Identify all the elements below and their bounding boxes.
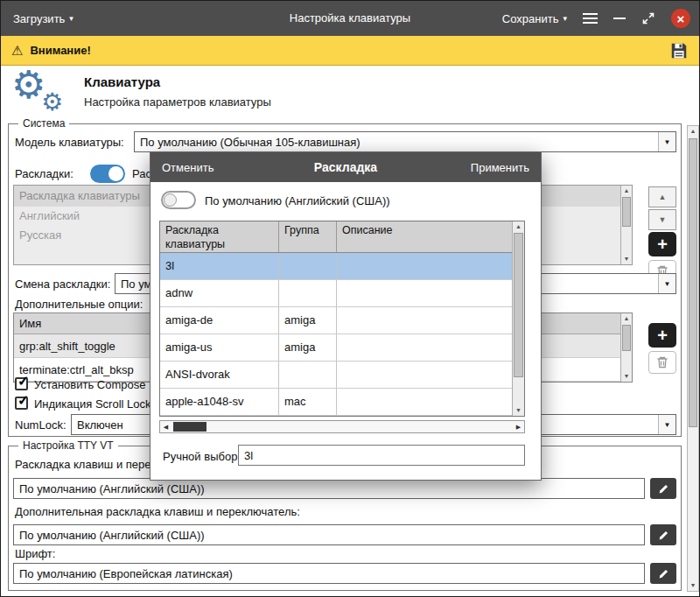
add-layout-button[interactable]: + xyxy=(648,232,676,256)
keyboard-model-value: По умолчанию (Обычная 105-клавишная) xyxy=(135,136,658,149)
numlock-label: NumLock: xyxy=(15,418,66,432)
system-group-legend: Система xyxy=(18,117,69,130)
down-arrow-icon: ▼ xyxy=(659,215,667,224)
description-cell xyxy=(337,280,524,306)
dialog-cancel-button[interactable]: Отменить xyxy=(162,161,214,174)
layout-table-row[interactable]: adnw xyxy=(160,280,524,307)
layout-table-row[interactable]: apple-a1048-sv mac xyxy=(160,389,524,416)
trash-icon xyxy=(655,355,669,369)
scroll-down-icon[interactable]: ▼ xyxy=(688,580,698,591)
group-cell xyxy=(279,253,337,279)
tty-extra-keymap-edit-button[interactable] xyxy=(650,524,676,545)
console-font-field[interactable]: По умолчанию (Европейская латинская) xyxy=(13,563,645,584)
scrollbar-thumb[interactable] xyxy=(622,325,631,351)
toggle-knob xyxy=(108,166,123,181)
scrollbar-thumb[interactable] xyxy=(173,422,206,432)
layout-dialog: Отменить Раскладка Применить По умолчани… xyxy=(150,151,542,481)
layouts-label: Раскладки: xyxy=(15,167,74,180)
layout-table-row[interactable]: 3l xyxy=(160,253,524,280)
layout-table: Раскладка клавиатуры Группа Описание 3l … xyxy=(159,221,525,417)
scrollbar-thumb[interactable] xyxy=(689,138,697,427)
scrollbar-thumb[interactable] xyxy=(514,233,523,377)
dropdown-arrow-icon: ▼ xyxy=(658,132,676,151)
move-layout-up-button[interactable]: ▲ xyxy=(648,186,676,207)
group-cell xyxy=(279,280,337,306)
toggle-knob xyxy=(164,193,177,207)
add-option-button[interactable]: + xyxy=(648,323,676,348)
hamburger-icon xyxy=(583,13,598,24)
close-button[interactable]: × xyxy=(671,9,690,28)
save-menu-button[interactable]: Сохранить ▾ xyxy=(502,12,567,25)
dropdown-arrow-icon: ▼ xyxy=(658,415,676,434)
tty-extra-keymap-field[interactable]: По умолчанию (Английский (США)) xyxy=(13,524,645,545)
manual-select-input[interactable] xyxy=(238,445,525,466)
main-scrollbar[interactable]: ▲ ▼ xyxy=(687,125,699,592)
scroll-up-icon[interactable]: ▲ xyxy=(513,221,524,232)
compose-checkbox[interactable]: ✓ xyxy=(15,377,28,390)
layout-table-row[interactable]: ANSI-dvorak xyxy=(160,362,524,389)
scroll-down-icon[interactable]: ▼ xyxy=(513,405,524,416)
warning-bar: ⚠ Внимание! xyxy=(1,36,699,66)
up-arrow-icon: ▲ xyxy=(659,193,667,201)
options-table-scrollbar[interactable]: ▲ ▼ xyxy=(620,313,632,382)
description-cell xyxy=(337,334,524,361)
keyboard-settings-window: Загрузить ▾ Настройка клавиатуры Сохрани… xyxy=(0,0,700,597)
description-cell xyxy=(337,389,524,415)
keyboard-model-label: Модель клавиатуры: xyxy=(15,136,124,149)
chevron-down-icon: ▾ xyxy=(563,15,567,23)
warning-icon: ⚠ xyxy=(11,44,23,57)
expand-button[interactable] xyxy=(641,11,655,25)
pencil-icon xyxy=(658,530,669,541)
description-cell xyxy=(337,362,524,388)
scroll-up-icon[interactable]: ▲ xyxy=(688,126,698,137)
layouts-toggle[interactable] xyxy=(90,165,125,183)
page-subtitle: Настройка параметров клавиатуры xyxy=(84,95,271,109)
check-icon: ✓ xyxy=(18,374,29,390)
layout-table-body: 3l adnw amiga-de amiga amiga-us amiga AN… xyxy=(160,253,524,416)
layout-table-row[interactable]: amiga-de amiga xyxy=(160,307,524,334)
scrolllock-checkbox-label: Индикация Scroll Lock xyxy=(34,397,151,411)
column-header-description: Описание xyxy=(337,221,524,252)
scroll-right-icon[interactable]: ▶ xyxy=(513,421,524,432)
check-icon: ✓ xyxy=(18,393,29,409)
tty-extra-keymap-value: По умолчанию (Английский (США)) xyxy=(19,529,205,542)
scroll-left-icon[interactable]: ◀ xyxy=(160,421,172,432)
scroll-down-icon: ▼ xyxy=(621,371,632,382)
scrollbar-thumb xyxy=(622,197,631,227)
move-layout-down-button[interactable]: ▼ xyxy=(648,209,676,230)
console-font-edit-button[interactable] xyxy=(650,563,676,584)
save-file-button[interactable] xyxy=(669,41,689,60)
scrolllock-checkbox[interactable]: ✓ xyxy=(15,397,28,410)
description-cell xyxy=(337,253,524,279)
scroll-up-icon: ▲ xyxy=(621,313,632,324)
layout-dialog-header: Отменить Раскладка Применить xyxy=(150,152,541,182)
layout-cell: amiga-us xyxy=(160,334,279,361)
keyboard-settings-gear-icon: ⚙ xyxy=(41,90,63,115)
tty-keymap-edit-button[interactable] xyxy=(650,478,676,499)
group-cell: mac xyxy=(279,389,337,415)
compose-checkbox-label: Установить Compose xyxy=(34,378,145,391)
group-cell xyxy=(279,362,337,388)
keyboard-model-select[interactable]: По умолчанию (Обычная 105-клавишная) ▼ xyxy=(134,131,676,152)
layout-table-row[interactable]: amiga-us amiga xyxy=(160,334,524,362)
manual-select-label: Ручной выбор: xyxy=(163,450,241,463)
scroll-up-icon: ▲ xyxy=(621,186,632,196)
plus-icon: + xyxy=(657,235,668,253)
layout-cell: ANSI-dvorak xyxy=(160,362,279,388)
floppy-icon xyxy=(669,41,689,60)
layout-cell: adnw xyxy=(160,280,279,306)
default-layout-toggle[interactable] xyxy=(161,191,196,209)
layout-table-hscrollbar[interactable]: ◀ ▶ xyxy=(159,420,525,433)
menu-button[interactable] xyxy=(583,13,598,24)
minimize-button[interactable] xyxy=(613,18,626,19)
delete-option-button[interactable] xyxy=(648,351,676,374)
layout-table-header: Раскладка клавиатуры Группа Описание xyxy=(160,221,524,253)
tty-keymap-field[interactable]: По умолчанию (Английский (США)) xyxy=(13,478,645,499)
layouts-list-scrollbar: ▲ ▼ xyxy=(620,186,632,264)
load-menu-button[interactable]: Загрузить ▾ xyxy=(13,12,74,25)
layout-table-scrollbar[interactable]: ▲ ▼ xyxy=(512,221,524,416)
dialog-apply-button[interactable]: Применить xyxy=(471,161,529,174)
description-cell xyxy=(337,307,524,334)
extra-options-label: Дополнительные опции: xyxy=(15,298,143,311)
tty-keymap-value: По умолчанию (Английский (США)) xyxy=(19,482,205,495)
